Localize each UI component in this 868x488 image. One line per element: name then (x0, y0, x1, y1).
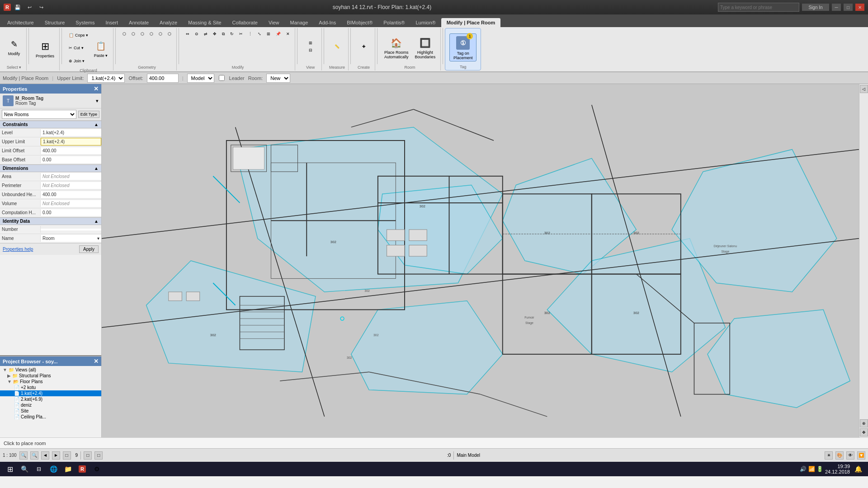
tab-systems[interactable]: Systems (70, 18, 100, 27)
canvas-area[interactable]: 302 302 302 302 302 302 302 Fumoir Stage… (102, 84, 859, 437)
create-btn[interactable]: ✚ (360, 43, 368, 50)
tab-collaborate[interactable]: Collaborate (227, 18, 263, 27)
copy-button[interactable]: ⧉ (220, 31, 227, 38)
tab-polantis[interactable]: Polantis® (378, 18, 410, 27)
nav-zoom-btn[interactable]: ⊕ (860, 419, 868, 427)
paste-button[interactable]: 📋 Paste ▾ (91, 29, 110, 67)
tree-item-floor-plans[interactable]: ▼ 📂 Floor Plans (0, 379, 101, 385)
maximize-button[interactable]: □ (844, 4, 853, 11)
tree-item-2kat[interactable]: 📄 2.kat(+6.9) (0, 396, 101, 402)
properties-button[interactable]: ⊞ Properties (33, 38, 57, 60)
geom-btn-3[interactable]: ⬡ (138, 31, 146, 37)
pin-button[interactable]: 📌 (274, 31, 283, 37)
cope-button[interactable]: 📋Cope ▾ (66, 32, 90, 38)
tree-item-site[interactable]: 📄 Site (0, 408, 101, 414)
render-btn[interactable]: 🎨 (835, 451, 844, 460)
move-button[interactable]: ✥ (211, 31, 219, 37)
extra-app-button[interactable]: ⚙ (90, 463, 103, 475)
tab-annotate[interactable]: Annotate (123, 18, 154, 27)
sign-in-button[interactable]: Sign In (802, 4, 829, 11)
align-button[interactable]: ⇔ (184, 31, 192, 37)
close-button[interactable]: ✕ (855, 4, 864, 11)
tab-analyze[interactable]: Analyze (154, 18, 183, 27)
dimensions-section-header[interactable]: Dimensions ▲ (0, 164, 101, 172)
highlight-boundaries-button[interactable]: 🔲 HighlightBoundaries (413, 34, 438, 61)
geom-btn-6[interactable]: ⬡ (165, 31, 174, 37)
upper-limit-select[interactable]: 1.kat(+2.4) (87, 74, 125, 83)
minimize-button[interactable]: ─ (832, 4, 841, 11)
tab-lumion[interactable]: Lumion® (410, 18, 441, 27)
detail-level[interactable]: □ (63, 451, 71, 460)
tag-on-placement-button[interactable]: ① 1 Tag onPlacement (449, 33, 476, 61)
scale-button[interactable]: ⤡ (255, 31, 264, 37)
offset-input[interactable] (147, 74, 179, 83)
offset-button[interactable]: ⊖ (193, 31, 201, 37)
tab-view[interactable]: View (263, 18, 285, 27)
tree-item-1kat[interactable]: 📄 1.kat(+2.4) (0, 390, 101, 396)
tree-item-deniz[interactable]: 📄 deniz (0, 402, 101, 408)
geom-btn-4[interactable]: ⬡ (147, 31, 156, 37)
nav-pan-btn[interactable]: ✥ (860, 428, 868, 436)
nav-expand-btn[interactable]: ◁ (860, 85, 868, 93)
notification-button[interactable]: 🔔 (852, 463, 864, 475)
prop-new-rooms-select[interactable]: New Rooms (2, 110, 76, 119)
view-btn-1[interactable]: ⊞ (307, 40, 315, 46)
tree-item-plus2kotu[interactable]: 📄 +2 kotu (0, 385, 101, 390)
tab-manage[interactable]: Manage (285, 18, 314, 27)
geom-btn-5[interactable]: ⬡ (156, 31, 165, 37)
geom-btn-2[interactable]: ⬡ (129, 31, 137, 37)
geom-btn-1[interactable]: ⬡ (120, 31, 128, 37)
tab-insert[interactable]: Insert (100, 18, 124, 27)
project-browser-close[interactable]: ✕ (94, 358, 99, 365)
split-button[interactable]: ⋮ (246, 31, 255, 37)
tree-item-ceiling[interactable]: 📄 Ceiling Pla... (0, 414, 101, 420)
join-button[interactable]: ⊕Join ▾ (66, 58, 90, 64)
place-rooms-automatically-button[interactable]: 🏠 Place RoomsAutomatically (382, 34, 411, 61)
scale-zoom-in[interactable]: 🔍 (19, 451, 28, 460)
status-icon-2[interactable]: □ (94, 451, 103, 460)
edit-type-button[interactable]: Edit Type (78, 111, 99, 118)
tab-massing[interactable]: Massing & Site (183, 18, 226, 27)
tab-modify-place-room[interactable]: Modify | Place Room (441, 18, 501, 27)
chrome-button[interactable]: 🌐 (47, 463, 60, 475)
scale-zoom-out[interactable]: 🔍 (30, 451, 38, 460)
properties-help-link[interactable]: Properties help (3, 247, 33, 252)
room-select[interactable]: New (266, 74, 290, 83)
revit-taskbar-button[interactable]: R (76, 463, 89, 475)
save-button[interactable]: 💾 (13, 3, 23, 12)
search-taskbar-button[interactable]: 🔍 (18, 463, 31, 475)
identity-data-section-header[interactable]: Identity Data ▲ (0, 217, 101, 225)
task-view-button[interactable]: ⊟ (33, 463, 45, 475)
mirror-button[interactable]: ⇌ (202, 31, 210, 37)
tab-structure[interactable]: Structure (39, 18, 71, 27)
tree-item-views[interactable]: ▼ 📁 Views (all) (0, 367, 101, 373)
ribbon-group-select-label[interactable]: Select ▾ (7, 64, 22, 70)
properties-panel-close[interactable]: ✕ (94, 85, 99, 92)
floor-plan-svg[interactable]: 302 302 302 302 302 302 302 Fumoir Stage… (102, 84, 859, 437)
nav-left[interactable]: ◀ (41, 451, 49, 460)
leader-checkbox[interactable] (219, 75, 225, 81)
status-icon-1[interactable]: □ (84, 451, 92, 460)
trim-button[interactable]: ✂ (237, 31, 245, 37)
array-button[interactable]: ⊞ (264, 31, 273, 37)
tab-addins[interactable]: Add-Ins (313, 18, 341, 27)
measure-btn[interactable]: 📏 (332, 43, 342, 50)
visibility-btn[interactable]: 👁 (846, 451, 854, 460)
undo-button[interactable]: ↩ (24, 3, 34, 12)
rotate-button[interactable]: ↻ (228, 31, 236, 37)
tab-bimobject[interactable]: BIMobject® (341, 18, 378, 27)
prop-expand-icon[interactable]: ▾ (96, 98, 99, 104)
explorer-button[interactable]: 📁 (61, 463, 74, 475)
tree-item-structural-plans[interactable]: ▶ 📁 Structural Plans (0, 373, 101, 379)
model-select[interactable]: Model (187, 74, 214, 83)
filter-btn[interactable]: 🔽 (857, 451, 865, 460)
name-dropdown-icon[interactable]: ▾ (97, 236, 99, 241)
sun-settings[interactable]: ☀ (825, 451, 833, 460)
nav-right[interactable]: ▶ (52, 451, 60, 460)
view-btn-2[interactable]: ⊟ (307, 47, 315, 53)
redo-button[interactable]: ↪ (36, 3, 46, 12)
constraints-section-header[interactable]: Constraints ▲ (0, 121, 101, 128)
apply-button[interactable]: Apply (79, 245, 99, 253)
modify-button[interactable]: ✎ Modify (5, 36, 24, 57)
start-button[interactable]: ⊞ (4, 463, 16, 475)
